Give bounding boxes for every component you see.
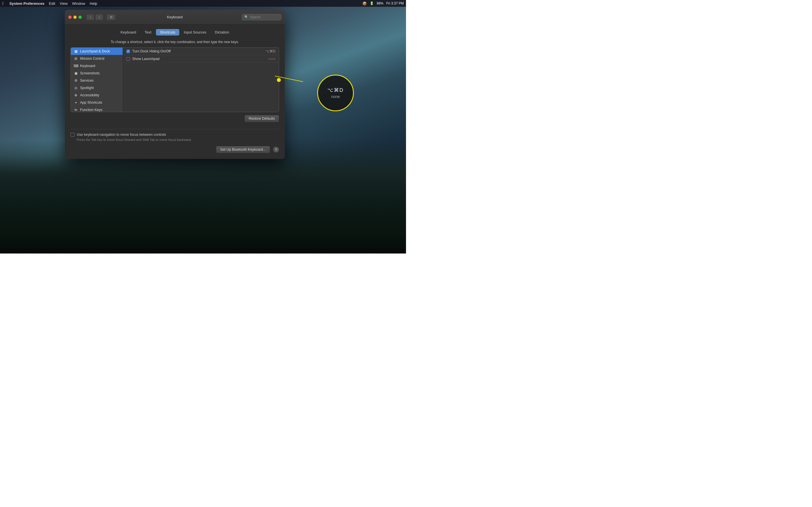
shortcuts-sidebar: ▦ Launchpad & Dock ⊞ Mission Control ⌨ K… [71,48,123,112]
shortcut-name-show-launchpad: Show Launchpad [132,57,266,61]
sidebar-item-accessibility[interactable]: ⊕ Accessibility [71,92,123,99]
help-button[interactable]: ? [273,147,279,153]
nav-buttons: ‹ › [86,14,103,20]
checkmark-icon: ✓ [127,50,130,53]
minimize-button[interactable] [73,15,77,19]
annotation-circle: ⌥⌘D none [317,75,354,111]
system-preferences-window: ‹ › ⊞ Keyboard 🔍 Search Keyboard Text Sh… [65,10,285,159]
shortcuts-panel: ▦ Launchpad & Dock ⊞ Mission Control ⌨ K… [70,47,279,112]
dropbox-icon: 📦 [362,1,367,6]
sidebar-label-app-shortcuts: App Shortcuts [80,101,102,105]
keyboard-nav-sublabel: Press the Tab key to move focus forward … [77,138,279,142]
window-title: Keyboard [167,15,183,19]
sidebar-item-keyboard[interactable]: ⌨ Keyboard [71,62,123,69]
sidebar-label-services: Services [80,78,94,82]
function-keys-icon: fn [73,108,78,112]
restore-defaults-button[interactable]: Restore Defaults [245,115,279,122]
sidebar-item-services[interactable]: ⚙ Services [71,77,123,84]
search-icon: 🔍 [245,15,248,19]
launchpad-dock-icon: ▦ [73,49,78,54]
tab-bar: Keyboard Text Shortcuts Input Sources Di… [70,29,279,36]
bottom-options: Use keyboard navigation to move focus be… [70,129,279,142]
keyboard-nav-checkbox[interactable] [70,133,74,136]
menu-window[interactable]: Window [72,1,85,6]
close-button[interactable] [68,15,71,19]
tab-keyboard[interactable]: Keyboard [116,29,140,36]
sidebar-label-launchpad-dock: Launchpad & Dock [80,49,110,53]
menubar-icons: 📦 🔋 88% Fri 3:37 PM [362,1,404,6]
annotation-container: ⌥⌘D none [317,75,354,111]
back-button[interactable]: ‹ [86,14,94,20]
services-icon: ⚙ [73,78,78,83]
forward-button[interactable]: › [95,14,103,20]
battery-text: 88% [377,1,384,5]
menubar:  System Preferences Edit View Window He… [0,0,406,7]
shortcut-name-turn-dock-hiding: Turn Dock Hiding On/Off [132,49,263,53]
sidebar-label-accessibility: Accessibility [80,93,99,97]
sidebar-item-mission-control[interactable]: ⊞ Mission Control [71,55,123,62]
sidebar-item-spotlight[interactable]: ◎ Spotlight [71,84,123,92]
tab-input-sources[interactable]: Input Sources [180,29,210,36]
maximize-button[interactable] [79,15,82,19]
svg-line-0 [275,76,303,82]
instruction-text: To change a shortcut, select it, click t… [70,40,279,44]
sidebar-label-keyboard: Keyboard [80,64,95,68]
tab-dictation[interactable]: Dictation [211,29,233,36]
keyboard-nav-label: Use keyboard navigation to move focus be… [77,133,166,136]
window-content: Keyboard Text Shortcuts Input Sources Di… [65,24,285,159]
mission-control-icon: ⊞ [73,56,78,61]
tab-shortcuts[interactable]: Shortcuts [156,29,179,36]
shortcut-checkbox-turn-dock-hiding[interactable]: ✓ [126,50,130,53]
keyboard-nav-row: Use keyboard navigation to move focus be… [70,133,279,136]
restore-row: Restore Defaults [70,115,279,122]
search-placeholder: Search [250,15,260,19]
app-menu-name[interactable]: System Preferences [9,1,44,6]
keyboard-icon: ⌨ [73,64,78,68]
menu-help[interactable]: Help [90,1,97,6]
sidebar-item-function-keys[interactable]: fn Function Keys [71,106,123,112]
shortcuts-content: ✓ Turn Dock Hiding On/Off ⌥⌘D Show Launc… [123,48,279,112]
titlebar: ‹ › ⊞ Keyboard 🔍 Search [65,10,285,24]
menubar-left:  System Preferences Edit View Window He… [2,1,97,6]
shortcut-checkbox-show-launchpad[interactable] [126,57,130,61]
app-shortcuts-icon: ✦ [73,100,78,105]
sidebar-label-screenshots: Screenshots [80,71,100,75]
bluetooth-keyboard-button[interactable]: Set Up Bluetooth Keyboard... [216,146,270,153]
menubar-right: 📦 🔋 88% Fri 3:37 PM [362,1,404,6]
shortcut-row-show-launchpad[interactable]: Show Launchpad none [123,55,279,63]
wifi-icon: 🔋 [370,1,374,5]
shortcut-keys-turn-dock-hiding: ⌥⌘D [266,49,275,53]
menu-edit[interactable]: Edit [49,1,55,6]
sidebar-label-mission-control: Mission Control [80,57,104,61]
sidebar-label-spotlight: Spotlight [80,86,94,90]
window-bottom: Set Up Bluetooth Keyboard... ? [70,146,279,153]
search-bar[interactable]: 🔍 Search [242,14,282,20]
apple-menu[interactable]:  [2,1,4,6]
annotation-none-text: none [331,94,340,99]
sidebar-item-launchpad-dock[interactable]: ▦ Launchpad & Dock [71,48,123,55]
shortcut-keys-show-launchpad: none [268,57,275,61]
menu-view[interactable]: View [60,1,68,6]
shortcut-row-turn-dock-hiding[interactable]: ✓ Turn Dock Hiding On/Off ⌥⌘D [123,48,279,55]
spotlight-icon: ◎ [73,86,78,90]
clock: Fri 3:37 PM [386,1,404,5]
traffic-lights [68,15,82,19]
tab-text[interactable]: Text [141,29,155,36]
screenshots-icon: ▣ [73,71,78,75]
annotation-keys-text: ⌥⌘D [327,87,344,93]
sidebar-item-screenshots[interactable]: ▣ Screenshots [71,69,123,77]
sidebar-label-function-keys: Function Keys [80,108,102,112]
annotation-line-svg [275,70,320,87]
grid-button[interactable]: ⊞ [107,14,116,20]
sidebar-item-app-shortcuts[interactable]: ✦ App Shortcuts [71,99,123,106]
accessibility-icon: ⊕ [73,93,78,98]
